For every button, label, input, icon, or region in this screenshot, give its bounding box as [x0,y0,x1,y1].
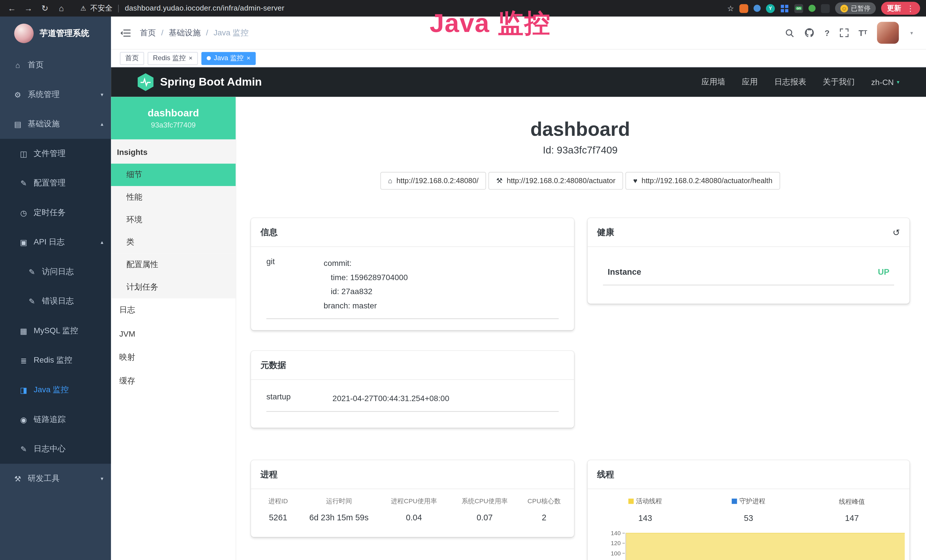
sba-menu-metrics[interactable]: 性能 [111,186,236,209]
legend-label: 守护进程 [740,497,766,506]
sba-nav-applications[interactable]: 应用 [742,77,758,87]
user-avatar[interactable] [877,22,899,44]
sidebar-item-access-logs[interactable]: ✎ 访问日志 [0,257,111,287]
fullscreen-icon[interactable] [840,28,849,37]
sba-brand[interactable]: Spring Boot Admin [138,73,262,91]
sba-menu-classes[interactable]: 类 [111,231,236,254]
home-icon[interactable]: ⌂ [56,3,67,13]
sidebar-item-config-mgmt[interactable]: ✎ 配置管理 [0,168,111,198]
sba-nav-about[interactable]: 关于我们 [823,77,855,87]
actuator-url-button[interactable]: ⚒ http://192.168.0.2:48080/actuator [489,172,623,190]
update-button[interactable]: 更新 ⋮ [881,2,920,15]
sidebar-item-label: 文件管理 [34,148,66,159]
caret-down-icon[interactable]: ▾ [910,30,913,36]
threads-chart: 140 120 100 [587,530,909,560]
sidebar-item-scheduled-jobs[interactable]: ◷ 定时任务 [0,198,111,228]
sba-menu-caches[interactable]: 缓存 [111,369,236,393]
insights-group-label: Insights [111,139,236,164]
sba-language-select[interactable]: zh-CN ▾ [871,77,899,86]
sba-menu-jvm[interactable]: JVM [111,322,236,346]
sba-menu-details[interactable]: 细节 [111,164,236,186]
sba-nav-links: 应用墙 应用 日志报表 关于我们 zh-CN ▾ [701,77,899,87]
metric-process-cpu: 进程CPU使用率 0.04 [378,497,449,522]
metric-label: 运行时间 [300,497,379,506]
font-size-icon[interactable]: T T [859,28,867,37]
search-icon[interactable] [785,28,794,37]
bookmark-star-icon[interactable]: ☆ [727,4,734,12]
extension-pin-icon[interactable] [754,5,761,12]
sba-nav-wall[interactable]: 应用墙 [701,77,725,87]
health-url-button[interactable]: ♥ http://192.168.0.2:48080/actuator/heal… [625,172,780,190]
sidebar-item-system-mgmt[interactable]: ⚙ 系统管理 ▾ [0,80,111,109]
metric-uptime: 运行时间 6d 23h 15m 59s [300,497,379,522]
app-logo-block[interactable]: 芋道管理系统 [0,17,111,50]
sidebar-item-home[interactable]: ⌂ 首页 [0,50,111,80]
sidebar-item-redis-monitor[interactable]: ≣ Redis 监控 [0,345,111,375]
mysql-icon: ▦ [19,326,28,335]
sidebar-item-java-monitor[interactable]: ◨ Java 监控 [0,375,111,405]
legend-value: 53 [697,513,800,523]
instance-id: 93a3fc7f7409 [151,121,196,129]
sidebar-item-log-center[interactable]: ✎ 日志中心 [0,434,111,464]
paused-badge[interactable]: ☺ 已暂停 [835,2,876,14]
health-instance-row: Instance UP [603,267,894,285]
kebab-menu-icon[interactable]: ⋮ [906,4,914,12]
home-icon: ⌂ [388,177,392,185]
header-actions: ? T T ▾ [785,22,913,44]
health-heart-icon: ♥ [633,177,637,185]
paused-label: 已暂停 [851,4,870,12]
sidebar-item-error-logs[interactable]: ✎ 错误日志 [0,286,111,316]
sidebar-item-trace[interactable]: ◉ 链路追踪 [0,404,111,434]
smiley-icon: ☺ [840,5,848,12]
help-icon[interactable]: ? [825,28,830,37]
sidebar-item-dev-tools[interactable]: ⚒ 研发工具 ▾ [0,464,111,493]
extension-on-badge-icon[interactable]: on [794,4,803,12]
sidebar-item-infrastructure[interactable]: ▤ 基础设施 ▴ [0,109,111,139]
reload-icon[interactable]: ↻ [39,3,51,13]
close-icon[interactable]: × [189,55,192,62]
metric-pid: 进程ID 5261 [257,497,300,522]
sidebar-collapse-icon[interactable] [120,28,131,37]
instance-links: ⌂ http://192.168.0.2:48080/ ⚒ http://192… [251,172,909,190]
security-label: 不安全 [91,3,113,13]
close-icon[interactable]: × [247,55,250,62]
tab-redis-monitor[interactable]: Redis 监控 × [148,51,198,65]
sba-menu-scheduled-tasks[interactable]: 计划任务 [111,276,236,298]
sba-menu-logs[interactable]: 日志 [111,298,236,322]
threads-card: 线程 活动线程 143 守护进程 [587,460,909,560]
sba-menu-mappings[interactable]: 映射 [111,345,236,369]
url-text: dashboard.yudao.iocoder.cn/infra/admin-s… [125,4,284,12]
sba-menu-environment[interactable]: 环境 [111,209,236,231]
breadcrumb-home[interactable]: 首页 [140,27,156,38]
tab-label: Redis 监控 [153,54,186,62]
extension-leaf-icon[interactable] [808,5,816,12]
sba-nav-journal[interactable]: 日志报表 [774,77,806,87]
github-icon[interactable] [805,28,814,38]
instance-url-button[interactable]: ⌂ http://192.168.0.2:48080/ [380,172,486,190]
metric-cpu-cores: CPU核心数 2 [520,497,568,522]
sidebar-item-api-logs[interactable]: ▣ API 日志 ▴ [0,227,111,257]
tab-home[interactable]: 首页 [120,51,144,65]
metric-system-cpu: 系统CPU使用率 0.07 [449,497,520,522]
history-icon[interactable]: ↺ [893,227,900,238]
extension-y-icon[interactable]: Y [766,4,775,12]
warning-icon: ⚠ [80,5,86,12]
legend-label: 活动线程 [636,497,662,506]
extension-fox-icon[interactable] [740,4,748,12]
back-icon[interactable]: ← [6,3,18,13]
sba-logo-icon [138,73,153,91]
legend-daemon-threads: 守护进程 53 [697,495,800,523]
breadcrumb: 首页 / 基础设施 / Java 监控 [140,27,249,38]
error-log-icon: ✎ [27,297,36,306]
address-bar[interactable]: ⚠ 不安全 dashboard.yudao.iocoder.cn/infra/a… [80,3,727,13]
sidebar-item-mysql-monitor[interactable]: ▦ MySQL 监控 [0,316,111,346]
extension-grid-icon[interactable] [780,4,789,12]
page-title: dashboard [251,118,909,141]
sba-menu-config-props[interactable]: 配置属性 [111,253,236,276]
tab-java-monitor[interactable]: Java 监控 × [201,51,256,65]
extensions-puzzle-icon[interactable] [821,4,830,12]
health-card: 健康 ↺ Instance UP [587,218,909,304]
breadcrumb-infrastructure[interactable]: 基础设施 [169,27,201,38]
sidebar-item-file-mgmt[interactable]: ◫ 文件管理 [0,139,111,169]
forward-icon[interactable]: → [23,3,34,13]
